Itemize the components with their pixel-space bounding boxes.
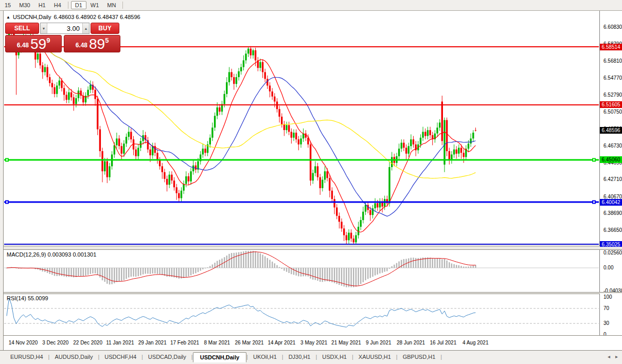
price-tick-label: 6.42710 xyxy=(603,176,622,183)
price-tick-label: 6.36650 xyxy=(603,227,622,233)
tabs-scroll-right-icon[interactable]: ▸ xyxy=(615,354,618,359)
macd-tick-label: -0.04038 xyxy=(603,288,622,292)
timeframe-button-mn[interactable]: MN xyxy=(103,1,120,9)
tab-usdcad-daily[interactable]: USDCAD,Daily xyxy=(143,352,191,361)
timeframe-button-d1[interactable]: D1 xyxy=(71,1,86,9)
price-level-badge: 6.35025 xyxy=(600,241,622,247)
macd-indicator-label: MACD(12,26,9) 0.003093 0.001301 xyxy=(7,251,96,258)
macd-rsi-splitter[interactable] xyxy=(4,292,622,294)
date-label: 22 Dec 2020 xyxy=(73,340,102,345)
date-label: 26 Mar 2021 xyxy=(235,340,264,345)
buy-price-pips: 89 xyxy=(89,38,105,51)
current-price-badge: 6.48596 xyxy=(600,127,622,134)
price-level-badge: 6.45060 xyxy=(600,156,622,163)
tab-usdchf-h4[interactable]: USDCHF,H4 xyxy=(99,352,141,361)
tab-dj30-h1[interactable]: DJ30,H1 xyxy=(283,352,316,361)
date-label: 3 May 2021 xyxy=(300,340,327,345)
sell-price-pips: 59 xyxy=(30,38,46,51)
price-level-badge: 6.51605 xyxy=(600,101,622,108)
price-level-badge: 6.40042 xyxy=(600,199,622,206)
date-label: 3 Dec 2020 xyxy=(42,340,68,345)
date-label: 8 Mar 2021 xyxy=(204,340,230,345)
tab-ukoil-h1[interactable]: UKOil,H1 xyxy=(248,352,282,361)
volume-input[interactable] xyxy=(47,23,82,33)
date-label: 21 May 2021 xyxy=(331,340,361,345)
rsi-axis[interactable]: 10070300 xyxy=(600,294,622,335)
buy-price-point: 5 xyxy=(105,37,109,44)
tab-gbpusd-h1[interactable]: GBPUSD,H1 xyxy=(398,352,441,361)
sell-button[interactable]: SELL xyxy=(5,23,39,34)
tab-audusd-daily[interactable]: AUDUSD,Daily xyxy=(49,352,98,361)
buy-price-display[interactable]: 6.48895 xyxy=(64,35,120,52)
chart-header: ▲ USDCNH,Daily 6.48603 6.48902 6.48437 6… xyxy=(6,14,140,20)
sell-price-display[interactable]: 6.48599 xyxy=(5,35,62,52)
timeframe-button-h1[interactable]: H1 xyxy=(34,1,50,9)
toolbar-separator xyxy=(68,2,68,9)
date-label: 14 Apr 2021 xyxy=(268,340,295,345)
tabs-scroll-left-icon[interactable]: ◂ xyxy=(608,354,610,359)
timeframe-toolbar: 15M30H1H4D1W1MN xyxy=(0,0,622,11)
rsi-tick-label: 30 xyxy=(603,320,609,326)
tab-xauusd-h1[interactable]: XAUUSD,H1 xyxy=(353,352,396,361)
timeframe-button-m30[interactable]: M30 xyxy=(15,1,34,9)
volume-increase-button[interactable]: ▲ xyxy=(82,23,89,33)
window-left-frame xyxy=(0,11,4,350)
tab-scroll-arrows: ◂ ▸ xyxy=(608,354,618,359)
date-label: 17 Feb 2021 xyxy=(170,340,199,345)
price-tick-label: 6.46730 xyxy=(603,143,622,149)
macd-tick-label: 0.00 xyxy=(603,265,613,271)
one-click-trading-panel: SELL ▼ ▲ BUY 6.48599 6.48895 xyxy=(5,23,120,52)
price-tick-label: 6.50750 xyxy=(603,109,622,115)
tab-separator: | xyxy=(440,352,442,361)
tab-usdx-h1[interactable]: USDX,H1 xyxy=(317,352,352,361)
tab-usdcnh-daily[interactable]: USDCNH,Daily xyxy=(193,352,246,362)
ohlc-readout: 6.48603 6.48902 6.48437 6.48596 xyxy=(54,14,140,20)
chart-canvas[interactable] xyxy=(0,0,622,364)
chart-macd-splitter[interactable] xyxy=(4,246,622,250)
toolbar-separator xyxy=(122,2,123,9)
trading-platform-window: 15M30H1H4D1W1MN ▲ USDCNH,Daily 6.48603 6… xyxy=(0,0,622,364)
tab-eurusd-h4[interactable]: EURUSD,H4 xyxy=(5,352,48,361)
rsi-tick-label: 100 xyxy=(603,294,612,300)
chevron-down-icon: ▼ xyxy=(42,27,46,30)
date-label: 29 Jan 2021 xyxy=(138,340,167,345)
price-level-badge: 6.58514 xyxy=(600,44,622,50)
chart-tabs: EURUSD,H4|AUDUSD,Daily|USDCHF,H4|USDCAD,… xyxy=(0,350,622,364)
rsi-tick-label: 0 xyxy=(603,332,607,335)
price-tick-label: 6.56810 xyxy=(603,58,622,64)
macd-axis[interactable]: 0.0256090.00-0.04038 xyxy=(600,250,622,292)
price-tick-label: 6.38690 xyxy=(603,210,622,216)
timeframe-button-w1[interactable]: W1 xyxy=(86,1,103,9)
timeframe-button-h4[interactable]: H4 xyxy=(50,1,65,9)
rsi-indicator-label: RSI(14) 55.0099 xyxy=(7,295,48,301)
date-label: 11 Jan 2021 xyxy=(106,340,134,345)
date-axis[interactable]: 14 Nov 20203 Dec 202022 Dec 202011 Jan 2… xyxy=(4,335,622,350)
price-tick-label: 6.52790 xyxy=(603,92,622,98)
chart-symbol-title: USDCNH,Daily xyxy=(13,14,51,20)
date-label: 16 Jul 2021 xyxy=(430,340,457,345)
date-label: 4 Aug 2021 xyxy=(463,340,489,345)
buy-price-prefix: 6.48 xyxy=(76,42,87,49)
buy-arrow-icon: ▲ xyxy=(6,15,10,20)
macd-tick-label: 0.025609 xyxy=(603,250,622,256)
date-label: 9 Jun 2021 xyxy=(366,340,392,345)
rsi-tick-label: 70 xyxy=(603,305,609,312)
price-axis[interactable]: 6.608306.587906.568106.547706.527906.507… xyxy=(600,11,622,247)
sell-price-point: 9 xyxy=(46,37,50,44)
chevron-up-icon: ▲ xyxy=(84,27,88,30)
price-tick-label: 6.54770 xyxy=(603,75,622,81)
price-tick-label: 6.60830 xyxy=(603,24,622,30)
date-label: 14 Nov 2020 xyxy=(9,340,38,345)
volume-decrease-button[interactable]: ▼ xyxy=(41,23,47,33)
volume-spinner: ▼ ▲ xyxy=(40,23,90,34)
timeframe-button-15[interactable]: 15 xyxy=(1,1,15,9)
sell-price-prefix: 6.48 xyxy=(17,42,29,49)
date-label: 28 Jun 2021 xyxy=(397,340,425,345)
buy-button[interactable]: BUY xyxy=(91,23,119,34)
